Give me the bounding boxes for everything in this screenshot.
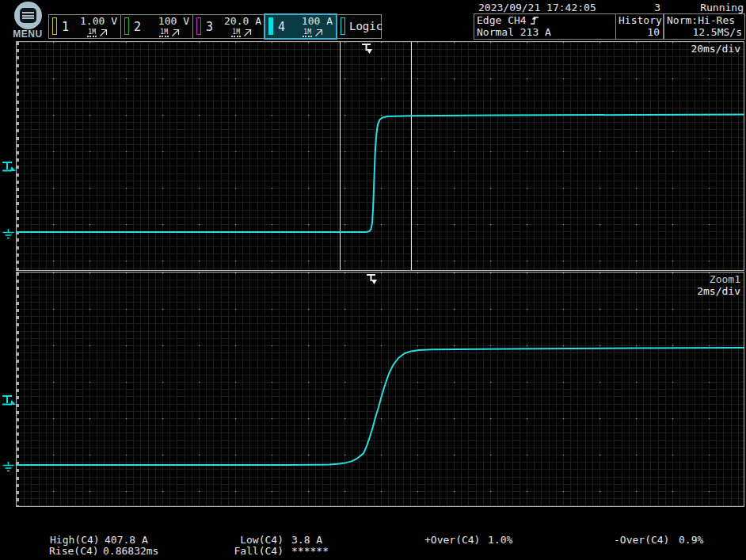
menu-label: MENU [8,29,48,40]
history-value: 10 [616,26,663,38]
measurement-rise-value: 0.86832ms [103,546,158,557]
measurement-nover-value: 0.9% [679,535,703,546]
measurement-low-label: Low(C4) [226,535,284,546]
zoom-window-label: Zoom1 [710,274,740,285]
ground-level-icon[interactable] [2,461,15,476]
trigger-position-icon[interactable] [365,273,379,289]
zoom-waveform-window[interactable]: Zoom1 2ms/div [16,272,744,507]
sample-rate-label: 12.5MS/s [664,26,744,38]
probe-attenuation-icon [99,29,108,37]
channel-scale-value: 100 A [302,15,333,27]
trigger-level-icon[interactable] [2,394,17,410]
measurement-pover-value: 1.0% [488,535,512,546]
input-impedance-icon: 1M [303,29,312,37]
probe-attenuation-icon [243,29,252,37]
channel1-color-bracket-icon [52,17,57,35]
ground-level-icon[interactable] [2,228,15,243]
channel-number: 4 [278,20,285,34]
logic-button[interactable]: Logic [337,14,382,39]
channel-scale-value: 20.0 A [224,15,261,27]
measurement-fall-label: Fall(C4) [226,546,284,557]
menu-button[interactable]: MENU [8,1,48,40]
logic-color-bracket-icon [341,17,345,35]
acquisition-mode-label: Norm:Hi-Res [664,14,744,26]
channel3-color-bracket-icon [196,17,201,35]
acquisition-count: 3 [610,2,660,13]
channel-box-3[interactable]: 3 20.0 A 1M [192,14,265,39]
trigger-position-icon[interactable] [360,43,374,59]
channel-scale-value: 100 V [158,15,189,27]
measurement-low-value: 3.8 A [291,535,322,546]
channel-box-4-selected[interactable]: 4 100 A 1M [264,13,337,40]
measurement-nover-label: -Over(C4) [614,535,669,546]
measurement-rise-label: Rise(C4) [49,546,99,557]
acquisition-mode-box[interactable]: Norm:Hi-Res 12.5MS/s [664,13,745,40]
measurement-fall-value: ****** [291,546,329,557]
hamburger-menu-icon [14,2,42,29]
channel4-color-bracket-icon [268,17,273,35]
channel-box-1[interactable]: 1 1.00 V 1M [48,14,121,39]
measurement-pover-label: +Over(C4) [424,535,480,546]
probe-attenuation-icon [171,29,180,37]
main-waveform-window[interactable]: 20ms/div [16,41,744,271]
oscilloscope-screen: MENU 1 1.00 V 1M 2 100 V 1M 3 20.0 A 1M … [0,0,746,560]
trigger-info-box[interactable]: Edge CH4 Normal 213 A [474,13,616,40]
logic-label: Logic [349,20,383,32]
zoom-timebase-label: 2ms/div [697,286,740,297]
channel-scale-value: 1.00 V [80,15,117,27]
run-status: Running [677,2,744,13]
measurement-high-value: 407.8 A [105,535,148,546]
channel-box-2[interactable]: 2 100 V 1M [120,14,193,39]
history-box[interactable]: History 10 [615,13,664,40]
rising-edge-icon [530,15,539,25]
probe-attenuation-icon [314,29,323,37]
trigger-source-label: Edge CH4 [477,14,527,26]
input-impedance-icon: 1M [87,29,97,37]
trigger-level-label: Normal 213 A [477,26,551,38]
datetime-label: 2023/09/21 17:42:05 [478,2,596,13]
main-timebase-label: 20ms/div [691,44,740,55]
input-impedance-icon: 1M [231,29,241,37]
channel-number: 1 [62,20,69,34]
trigger-level-icon[interactable] [2,161,17,176]
history-label: History [616,14,663,26]
channel2-color-bracket-icon [124,17,129,35]
channel-number: 2 [134,20,141,34]
measurement-high-label: High(C4) [50,535,100,546]
input-impedance-icon: 1M [159,29,169,37]
waveform-ch4-zoom [17,348,744,465]
waveform-ch4-main [17,114,744,232]
channel-number: 3 [206,20,213,34]
